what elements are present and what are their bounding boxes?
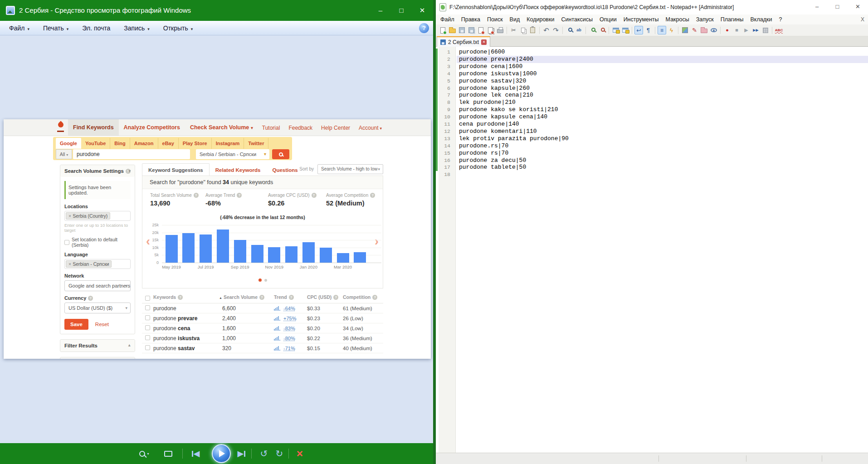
viewer-menu-item-5[interactable]: Открыть	[163, 24, 193, 32]
row-checkbox[interactable]	[145, 325, 150, 330]
language-input[interactable]: ×Serbian - Српски	[64, 259, 131, 269]
toolbar-macro-play-icon[interactable]: ▶	[742, 26, 751, 34]
actual-size-tool[interactable]	[161, 443, 175, 464]
toolbar-sync-horizontal-icon[interactable]	[621, 26, 629, 34]
table-row[interactable]: purodone cena1,600-83%$0.2034 (Low)	[142, 323, 383, 333]
trend-cell[interactable]: +75%	[283, 313, 296, 323]
toolbar-save-file-icon[interactable]	[458, 26, 466, 34]
notepad-minimize-icon[interactable]: –	[807, 0, 827, 14]
editor-line[interactable]: lek purodone|210	[459, 99, 516, 106]
toolbar-print-icon[interactable]	[496, 26, 504, 34]
filter-results-header[interactable]: Filter Results	[60, 340, 135, 352]
rotate-counterclockwise-button[interactable]: ↺	[257, 443, 271, 464]
table-row[interactable]: purodone sastav320-71%$0.1540 (Medium)	[142, 343, 383, 353]
viewer-minimize-icon[interactable]: –	[370, 0, 391, 21]
reset-button[interactable]: Reset	[95, 322, 109, 327]
toolbar-new-file-icon[interactable]	[439, 26, 447, 34]
header-link-help-center[interactable]: Help Center	[321, 125, 350, 131]
toolbar-macro-record-icon[interactable]: ●	[723, 26, 731, 34]
header-link-account[interactable]: Account	[359, 125, 382, 131]
toolbar-function-list-icon[interactable]: ✎	[690, 26, 699, 34]
engine-tab-twitter[interactable]: Twitter	[244, 138, 268, 149]
trend-cell[interactable]: -64%	[283, 303, 295, 313]
table-row[interactable]: purodone prevare2,400+75%$0.2326 (Low)	[142, 313, 383, 323]
engine-tab-instagram[interactable]: Instagram	[212, 138, 244, 149]
trend-cell[interactable]: -80%	[283, 333, 295, 343]
row-checkbox[interactable]	[145, 305, 150, 310]
notepad-menu-синтаксисы[interactable]: Синтаксисы	[561, 16, 593, 23]
notepad-menu-правка[interactable]: Правка	[461, 16, 480, 23]
toolbar-open-file-icon[interactable]	[448, 26, 457, 34]
results-tab-questions[interactable]: Questions	[266, 164, 303, 176]
nav-tab-analyze-competitors[interactable]: Analyze Competitors	[119, 119, 185, 136]
viewer-help-icon[interactable]: ?	[419, 23, 429, 33]
toolbar-find-icon[interactable]	[565, 26, 574, 34]
engine-tab-youtube[interactable]: YouTube	[81, 138, 110, 149]
row-checkbox[interactable]	[145, 335, 150, 340]
toolbar-macro-save-icon[interactable]	[761, 26, 770, 34]
toolbar-sync-vertical-icon[interactable]	[611, 26, 620, 34]
trend-cell[interactable]: -83%	[283, 323, 295, 333]
notepad-menu-инструменты[interactable]: Инструменты	[624, 16, 659, 23]
chart-page-dot-2[interactable]	[264, 279, 267, 282]
engine-tab-amazon[interactable]: Amazon	[130, 138, 158, 149]
location-language-dropdown[interactable]: Serbia / Serbian - Српски	[196, 149, 269, 159]
engine-tab-play-store[interactable]: Play Store	[179, 138, 212, 149]
toolbar-show-all-characters-icon[interactable]: ¶	[644, 26, 653, 34]
toolbar-folder-as-workspace-icon[interactable]	[700, 26, 708, 34]
table-row[interactable]: purodone6,600-64%$0.3361 (Medium)	[142, 303, 383, 313]
toolbar-macro-run-multiple-icon[interactable]: ▶▶	[751, 26, 760, 34]
negative-keywords-header[interactable]: Negative Keywords	[60, 357, 135, 359]
location-tag[interactable]: ×Serbia (Country)	[66, 212, 110, 220]
editor-line[interactable]: purodone rs|70	[459, 150, 508, 157]
editor-line[interactable]: purodone lek cena|210	[459, 92, 533, 99]
toolbar-document-map-icon[interactable]	[681, 26, 689, 34]
column-header-trend[interactable]: Trend	[274, 294, 294, 300]
toolbar-close-all-icon[interactable]	[486, 26, 495, 34]
notepad-menu-файл[interactable]: Файл	[440, 16, 454, 23]
notepad-menu-запуск[interactable]: Запуск	[696, 16, 714, 23]
editor-line[interactable]: purodone komentari|110	[459, 128, 537, 135]
previous-button[interactable]: ◀	[188, 443, 203, 464]
column-header-cpc-usd-[interactable]: CPC (USD)	[307, 294, 338, 300]
nav-tab-find-keywords[interactable]: Find Keywords	[68, 119, 119, 136]
select-all-checkbox[interactable]	[145, 296, 150, 301]
toolbar-copy-icon[interactable]	[519, 26, 527, 34]
editor-line[interactable]: purodone.rs|70	[459, 142, 508, 150]
toolbar-spell-check-icon[interactable]: ABC	[775, 26, 783, 34]
toolbar-cut-icon[interactable]: ✂	[509, 26, 518, 34]
editor-line[interactable]: lek protiv parazita purodone|90	[459, 135, 569, 142]
engine-tab-bing[interactable]: Bing	[110, 138, 130, 149]
toolbar-replace-icon[interactable]: ab	[575, 26, 583, 34]
row-checkbox[interactable]	[145, 345, 150, 350]
editor-line[interactable]: purodone za decu|50	[459, 157, 526, 164]
results-tab-keyword-suggestions[interactable]: Keyword Suggestions	[142, 163, 210, 176]
slideshow-button[interactable]	[211, 443, 231, 464]
notepad-menu-поиск[interactable]: Поиск	[487, 16, 503, 23]
trend-cell[interactable]: -71%	[283, 343, 295, 353]
notepad-menu-плагины[interactable]: Плагины	[721, 16, 744, 23]
chart-page-dot-1[interactable]	[258, 278, 262, 282]
toolbar-close-file-icon[interactable]	[477, 26, 485, 34]
toolbar-save-all-icon[interactable]	[467, 26, 476, 34]
tag-remove-icon[interactable]: ×	[68, 213, 71, 219]
viewer-maximize-icon[interactable]: □	[391, 0, 412, 21]
header-link-tutorial[interactable]: Tutorial	[262, 125, 280, 131]
toolbar-monitoring-icon[interactable]	[709, 26, 718, 34]
toolbar-redo-icon[interactable]: ↷	[551, 26, 560, 34]
viewer-close-icon[interactable]: ✕	[412, 0, 433, 21]
notepad-menu-макросы[interactable]: Макросы	[666, 16, 689, 23]
results-tab-related-keywords[interactable]: Related Keywords	[210, 164, 267, 176]
tag-remove-icon[interactable]: ×	[68, 261, 71, 267]
locations-input[interactable]: ×Serbia (Country)	[64, 211, 131, 221]
viewer-menu-item-4[interactable]: Запись	[124, 24, 149, 32]
notepad-menu-кодировки[interactable]: Кодировки	[527, 16, 554, 23]
toolbar-undo-icon[interactable]: ↶	[542, 26, 551, 34]
keywordtool-logo-icon[interactable]	[57, 122, 64, 133]
row-checkbox[interactable]	[145, 315, 150, 320]
notepad-maximize-icon[interactable]: □	[827, 0, 848, 14]
engine-tab-google[interactable]: Google	[56, 138, 81, 149]
toolbar-macro-stop-icon[interactable]: ■	[732, 26, 741, 34]
column-header-keywords[interactable]: Keywords	[153, 294, 183, 300]
editor-line[interactable]: purodone kako se koristi|210	[459, 106, 558, 113]
